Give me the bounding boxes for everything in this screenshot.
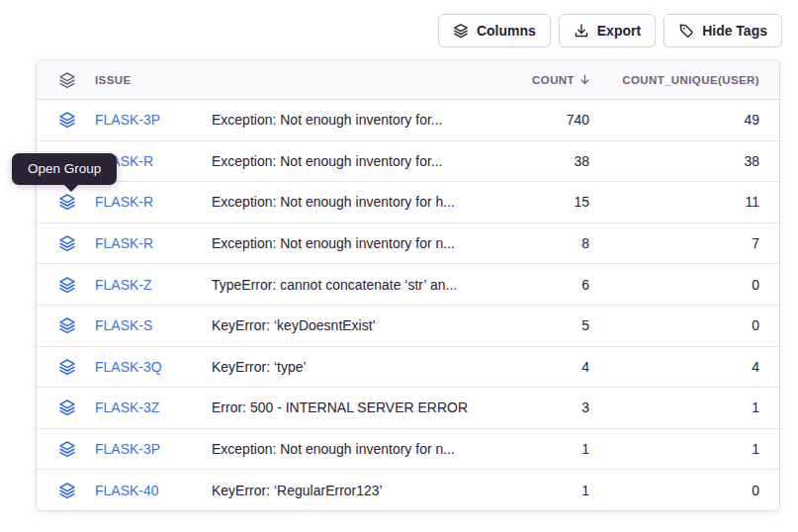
table-row: FLASK-R Exception: Not enough inventory … bbox=[37, 182, 779, 223]
issue-link[interactable]: FLASK-3Q bbox=[95, 359, 212, 375]
issue-title: Exception: Not enough inventory for... bbox=[212, 153, 481, 169]
count-unique-cell: 1 bbox=[752, 441, 759, 457]
count-unique-cell: 38 bbox=[744, 153, 759, 169]
count-unique-cell: 0 bbox=[752, 277, 759, 293]
download-icon bbox=[574, 23, 589, 39]
tag-icon bbox=[678, 23, 694, 39]
issue-title: KeyError: ‘RegularError123’ bbox=[212, 483, 481, 498]
hide-tags-button-label: Hide Tags bbox=[702, 23, 767, 39]
count-unique-cell: 4 bbox=[752, 359, 759, 375]
issue-link[interactable]: FLASK-S bbox=[95, 317, 212, 333]
issue-link[interactable]: FLASK-R bbox=[95, 194, 212, 210]
issue-link[interactable]: FLASK-3P bbox=[95, 112, 212, 128]
issue-title: Error: 500 - INTERNAL SERVER ERROR bbox=[212, 399, 481, 415]
count-cell: 8 bbox=[581, 235, 589, 251]
table-row: FLASK-S KeyError: ‘keyDoesntExist’ 5 0 bbox=[37, 306, 779, 347]
open-group-stack-icon[interactable] bbox=[58, 234, 76, 252]
count-cell: 740 bbox=[567, 112, 589, 128]
issue-title: Exception: Not enough inventory for... bbox=[212, 112, 481, 128]
export-button[interactable]: Export bbox=[559, 14, 656, 47]
count-unique-cell: 11 bbox=[745, 194, 759, 210]
count-unique-cell: 0 bbox=[752, 483, 759, 498]
issue-link[interactable]: FLASK-3P bbox=[95, 441, 212, 457]
columns-button[interactable]: Columns bbox=[438, 14, 551, 47]
open-group-stack-icon[interactable] bbox=[58, 399, 76, 416]
open-group-stack-icon[interactable] bbox=[58, 111, 76, 129]
open-group-stack-icon[interactable] bbox=[58, 358, 76, 376]
table-row: FLASK-3Z Error: 500 - INTERNAL SERVER ER… bbox=[37, 388, 779, 429]
table-header-row: ISSUE COUNT COUNT_UNIQUE(USER) bbox=[37, 60, 779, 100]
count-cell: 3 bbox=[581, 399, 589, 415]
arrow-down-icon bbox=[578, 73, 591, 86]
issue-link[interactable]: FLASK-40 bbox=[95, 483, 212, 498]
open-group-stack-icon[interactable] bbox=[58, 193, 76, 211]
column-header-count-unique-user[interactable]: COUNT_UNIQUE(USER) bbox=[622, 74, 759, 86]
count-cell: 1 bbox=[581, 483, 589, 498]
count-unique-cell: 49 bbox=[744, 112, 759, 128]
table-row: FLASK-40 KeyError: ‘RegularError123’ 1 0 bbox=[37, 470, 779, 511]
count-cell: 1 bbox=[581, 441, 589, 457]
stack-icon bbox=[453, 23, 469, 39]
issue-title: Exception: Not enough inventory for h... bbox=[212, 194, 481, 210]
issue-link[interactable]: FLASK-3Z bbox=[95, 399, 212, 415]
count-cell: 4 bbox=[581, 359, 589, 375]
table-row: FLASK-3P Exception: Not enough inventory… bbox=[37, 429, 779, 471]
issue-title: Exception: Not enough inventory for n... bbox=[212, 441, 481, 457]
table-row: FLASK-3P Exception: Not enough inventory… bbox=[37, 100, 779, 141]
toolbar: Columns Export Hide Tags bbox=[438, 14, 782, 47]
issue-title: KeyError: ‘keyDoesntExist’ bbox=[212, 317, 481, 333]
column-header-issue[interactable]: ISSUE bbox=[95, 74, 212, 86]
count-cell: 5 bbox=[581, 317, 589, 333]
table-row: FLASK-R Exception: Not enough inventory … bbox=[37, 223, 779, 265]
issue-title: TypeError: cannot concatenate ‘str’ an..… bbox=[212, 277, 481, 293]
issue-link[interactable]: FLASK-R bbox=[95, 235, 212, 251]
table-row: FLASK-Z TypeError: cannot concatenate ‘s… bbox=[37, 264, 779, 306]
tooltip-label: Open Group bbox=[28, 161, 101, 176]
hide-tags-button[interactable]: Hide Tags bbox=[664, 14, 782, 47]
issue-link[interactable]: FLASK-Z bbox=[95, 277, 212, 293]
table-body: FLASK-3P Exception: Not enough inventory… bbox=[37, 100, 779, 511]
count-cell: 6 bbox=[581, 277, 589, 293]
count-unique-cell: 7 bbox=[752, 235, 759, 251]
count-unique-cell: 1 bbox=[752, 399, 759, 415]
column-header-count[interactable]: COUNT bbox=[532, 73, 589, 86]
stack-icon bbox=[58, 71, 76, 89]
open-group-stack-icon[interactable] bbox=[58, 276, 76, 294]
table-row: FLASK-3Q KeyError: ‘type’ 4 4 bbox=[37, 347, 779, 389]
issue-column-icon-cell bbox=[37, 71, 95, 89]
open-group-stack-icon[interactable] bbox=[58, 316, 76, 334]
issue-title: KeyError: ‘type’ bbox=[212, 359, 481, 375]
table-row: FLASK-R Exception: Not enough inventory … bbox=[37, 141, 779, 183]
open-group-tooltip: Open Group bbox=[12, 153, 117, 185]
count-cell: 15 bbox=[574, 194, 589, 210]
columns-button-label: Columns bbox=[477, 23, 536, 39]
count-cell: 38 bbox=[574, 153, 589, 169]
count-unique-cell: 0 bbox=[752, 317, 759, 333]
export-button-label: Export bbox=[597, 23, 641, 39]
open-group-stack-icon[interactable] bbox=[58, 482, 76, 499]
results-table: ISSUE COUNT COUNT_UNIQUE(USER) FLASK-3P … bbox=[36, 59, 780, 511]
open-group-stack-icon[interactable] bbox=[58, 440, 76, 458]
issue-title: Exception: Not enough inventory for n... bbox=[212, 235, 481, 251]
